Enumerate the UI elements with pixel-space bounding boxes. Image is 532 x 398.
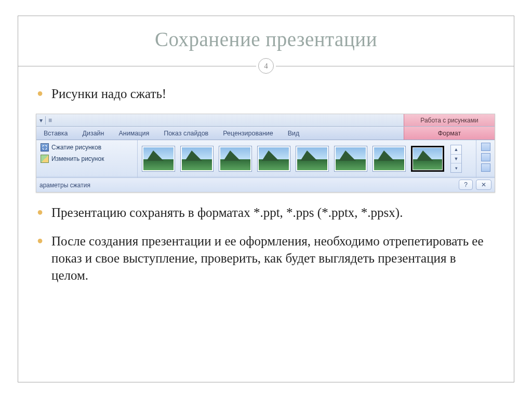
compress-icon — [41, 143, 49, 152]
group-arrange — [476, 140, 495, 177]
help-button[interactable]: ? — [459, 180, 473, 190]
ribbon-screenshot: ▾ ≡ Работа с рисунками Вставка Дизайн Ан… — [36, 114, 495, 193]
close-button[interactable]: ✕ — [476, 180, 491, 190]
style-thumb[interactable] — [373, 146, 406, 172]
qat-separator — [45, 116, 46, 125]
quick-access-toolbar: ▾ ≡ — [36, 114, 55, 126]
compress-label: Сжатие рисунков — [51, 144, 101, 151]
shape-effects-icon[interactable] — [481, 153, 490, 161]
picture-styles-gallery: ▲ ▼ ▾ — [138, 140, 476, 177]
gallery-more-icon[interactable]: ▾ — [451, 163, 461, 172]
tab-design[interactable]: Дизайн — [75, 127, 111, 140]
style-thumb-selected[interactable] — [411, 146, 444, 172]
change-picture-label: Изменить рисунок — [51, 155, 104, 162]
scroll-down-icon[interactable]: ▼ — [451, 155, 461, 164]
footer-label: араметры сжатия — [39, 182, 90, 189]
change-picture-button[interactable]: Изменить рисунок — [39, 154, 134, 163]
slide-number-divider: 4 — [18, 58, 514, 74]
style-thumb[interactable] — [219, 146, 252, 172]
bullet-list-2: Презентацию сохранять в форматах *.ppt, … — [37, 204, 495, 284]
style-thumb[interactable] — [296, 146, 329, 172]
divider-line-right — [276, 66, 514, 66]
qat-dropdown-icon[interactable]: ▾ — [39, 117, 43, 124]
ribbon-tabs: Вставка Дизайн Анимация Показ слайдов Ре… — [36, 127, 495, 140]
group-adjust: Сжатие рисунков Изменить рисунок — [36, 140, 138, 177]
slide-number-badge: 4 — [258, 58, 274, 74]
scroll-up-icon[interactable]: ▲ — [451, 145, 461, 155]
qat-overflow-icon[interactable]: ≡ — [48, 117, 52, 124]
ribbon-footer: араметры сжатия ? ✕ — [36, 177, 495, 192]
divider-line-left — [18, 66, 256, 66]
tab-insert[interactable]: Вставка — [36, 127, 75, 140]
style-thumb[interactable] — [180, 146, 214, 172]
change-picture-icon — [41, 155, 49, 163]
tab-view[interactable]: Вид — [281, 127, 307, 140]
style-thumb[interactable] — [334, 146, 367, 172]
tab-animation[interactable]: Анимация — [112, 127, 157, 140]
shape-layout-icon[interactable] — [481, 163, 490, 172]
tab-review[interactable]: Рецензирование — [216, 127, 281, 140]
footer-buttons: ? ✕ — [459, 180, 491, 190]
bullet-list: Рисунки надо сжать! — [37, 85, 495, 102]
bullet-item: Презентацию сохранять в форматах *.ppt, … — [37, 204, 495, 221]
style-thumb[interactable] — [257, 146, 290, 172]
slide-title: Сохранение презентации — [18, 28, 514, 51]
bullet-item: После создания презентации и ее оформлен… — [37, 232, 495, 284]
slide-content: Рисунки надо сжать! ▾ ≡ Работа с рисунка… — [18, 74, 514, 284]
contextual-tab-title: Работа с рисунками — [404, 114, 495, 126]
gallery-scroll[interactable]: ▲ ▼ ▾ — [450, 145, 462, 173]
tab-format[interactable]: Формат — [404, 127, 495, 140]
ribbon-titlebar: ▾ ≡ Работа с рисунками — [36, 114, 495, 127]
style-thumb[interactable] — [142, 146, 175, 172]
bullet-item: Рисунки надо сжать! — [37, 85, 495, 102]
slide: Сохранение презентации 4 Рисунки надо сж… — [0, 0, 532, 398]
slide-frame: Сохранение презентации 4 Рисунки надо сж… — [18, 16, 514, 382]
ribbon-body: Сжатие рисунков Изменить рисунок — [36, 140, 495, 177]
shape-border-icon[interactable] — [481, 143, 490, 151]
compress-pictures-button[interactable]: Сжатие рисунков — [39, 143, 134, 152]
tab-slideshow[interactable]: Показ слайдов — [156, 127, 216, 140]
